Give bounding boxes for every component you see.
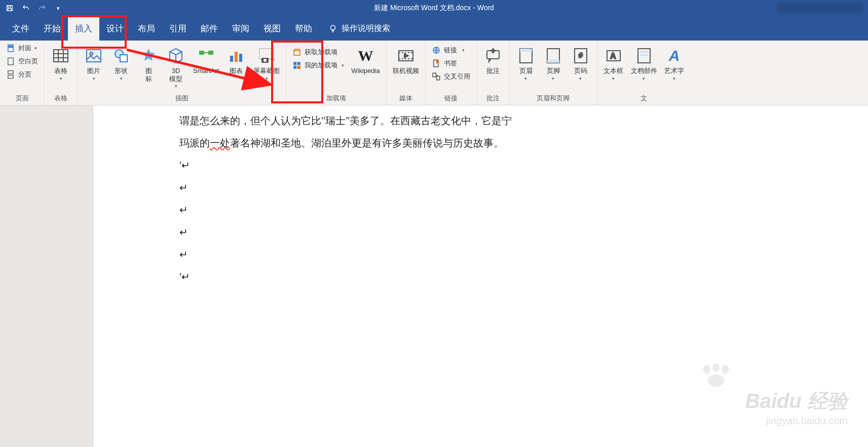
group-header-footer-label: 页眉和页脚 bbox=[514, 93, 593, 105]
chart-button[interactable]: 图表 bbox=[224, 43, 248, 76]
svg-rect-25 bbox=[294, 62, 297, 65]
qat-customize-icon[interactable]: ▾ bbox=[54, 4, 63, 13]
svg-rect-5 bbox=[9, 46, 13, 48]
document-line[interactable]: 谓是怎么来的，但个人认为它比"瑞士"美多了。在西藏古老文化中，它是宁 bbox=[179, 109, 625, 132]
page-break-button[interactable]: 分页 bbox=[4, 69, 40, 80]
group-illustrations: 图片 ▾ 形状 ▾ 图 标 3D 模型 ▾ SmartArt bbox=[78, 41, 286, 105]
3d-model-button[interactable]: 3D 模型 ▾ bbox=[164, 43, 188, 90]
footer-label: 页脚 bbox=[547, 67, 560, 75]
tab-home[interactable]: 开始 bbox=[36, 16, 68, 41]
addins-icon bbox=[292, 61, 301, 70]
bookmark-icon bbox=[432, 59, 441, 68]
3d-model-label: 3D 模型 bbox=[169, 67, 182, 83]
wordart-button[interactable]: A 艺术字 ▾ bbox=[662, 43, 687, 82]
paragraph-mark: '↵ bbox=[179, 266, 625, 288]
chevron-down-icon: ▾ bbox=[579, 76, 582, 81]
svg-rect-18 bbox=[235, 52, 238, 62]
header-button[interactable]: 页眉 ▾ bbox=[514, 43, 538, 82]
shapes-label: 形状 bbox=[115, 67, 128, 75]
paragraph-mark: ↵ bbox=[179, 176, 625, 199]
link-button[interactable]: 链接▾ bbox=[430, 45, 472, 56]
tab-view[interactable]: 视图 bbox=[256, 16, 288, 41]
page-break-label: 分页 bbox=[18, 70, 31, 79]
get-addins-label: 获取加载项 bbox=[305, 48, 337, 57]
link-label: 链接 bbox=[444, 46, 457, 55]
svg-point-22 bbox=[263, 59, 267, 62]
tab-insert[interactable]: 插入 bbox=[68, 16, 99, 41]
pictures-button[interactable]: 图片 ▾ bbox=[82, 43, 106, 82]
screenshot-button[interactable]: + 屏幕截图 ▾ bbox=[251, 43, 282, 82]
bookmark-button[interactable]: 书签 bbox=[430, 58, 472, 69]
undo-icon[interactable] bbox=[21, 4, 30, 13]
tab-layout[interactable]: 布局 bbox=[131, 16, 162, 41]
get-addins-button[interactable]: 获取加载项 bbox=[290, 47, 346, 58]
textbox-icon: A bbox=[605, 47, 623, 65]
smartart-label: SmartArt bbox=[193, 67, 219, 75]
icons-button[interactable]: 图 标 bbox=[136, 43, 161, 84]
document-area[interactable]: 谓是怎么来的，但个人认为它比"瑞士"美多了。在西藏古老文化中，它是宁 玛派的一处… bbox=[93, 105, 868, 447]
tab-file[interactable]: 文件 bbox=[5, 16, 36, 41]
chart-label: 图表 bbox=[230, 67, 243, 75]
blank-page-button[interactable]: 空白页 bbox=[4, 56, 40, 67]
svg-point-3 bbox=[331, 25, 335, 30]
svg-rect-19 bbox=[239, 54, 242, 62]
paragraph-mark: '↵ bbox=[179, 154, 625, 176]
tab-review[interactable]: 审阅 bbox=[225, 16, 256, 41]
text-box-label: 文本框 bbox=[603, 67, 623, 75]
document-line[interactable]: 玛派的一处著名神湖和圣地。湖泊里外更是有许多美丽传说与历史故事。 bbox=[179, 132, 625, 154]
svg-rect-24 bbox=[294, 51, 300, 55]
save-icon[interactable] bbox=[5, 4, 14, 13]
group-pages-label: 页面 bbox=[4, 93, 40, 105]
navigation-pane[interactable] bbox=[0, 105, 93, 447]
paragraph-mark: ↵ bbox=[179, 199, 625, 221]
online-video-label: 联机视频 bbox=[393, 67, 419, 75]
header-icon bbox=[517, 47, 535, 65]
comment-button[interactable]: + 批注 bbox=[481, 43, 505, 76]
group-comments: + 批注 批注 bbox=[477, 41, 510, 105]
cover-page-button[interactable]: 封面▾ bbox=[4, 43, 40, 54]
crossref-icon bbox=[432, 72, 441, 81]
group-links: 链接▾ 书签 交叉引用 链接 bbox=[426, 41, 477, 105]
text-box-button[interactable]: A 文本框 ▾ bbox=[601, 43, 626, 82]
svg-marker-30 bbox=[404, 54, 408, 58]
smartart-button[interactable]: SmartArt bbox=[191, 43, 221, 76]
group-tables: 表格 ▾ 表格 bbox=[45, 41, 78, 105]
online-video-button[interactable]: 联机视频 bbox=[391, 43, 421, 76]
page-number-button[interactable]: # 页码 ▾ bbox=[569, 43, 593, 82]
blank-page-label: 空白页 bbox=[18, 57, 38, 66]
spelling-error[interactable]: 一处 bbox=[210, 137, 230, 148]
store-icon bbox=[292, 48, 301, 57]
chevron-down-icon: ▾ bbox=[673, 76, 675, 81]
svg-text:+: + bbox=[491, 47, 495, 55]
tab-references[interactable]: 引用 bbox=[162, 16, 194, 41]
wikipedia-button[interactable]: W Wikipedia bbox=[349, 43, 382, 76]
tab-help[interactable]: 帮助 bbox=[288, 16, 319, 41]
quick-parts-button[interactable]: 文档部件 ▾ bbox=[629, 43, 659, 82]
wordart-label: 艺术字 bbox=[664, 67, 684, 75]
svg-rect-9 bbox=[54, 50, 68, 62]
account-area bbox=[777, 2, 863, 13]
cover-page-label: 封面 bbox=[18, 44, 31, 53]
tab-mailings[interactable]: 邮件 bbox=[194, 16, 225, 41]
watermark: Baidu 经验 jingyan.baidu.com bbox=[745, 387, 848, 427]
chevron-down-icon: ▾ bbox=[643, 76, 645, 81]
pictures-label: 图片 bbox=[87, 67, 100, 75]
table-icon bbox=[52, 47, 70, 65]
paragraph-mark: ↵ bbox=[179, 221, 625, 243]
svg-rect-13 bbox=[120, 55, 127, 62]
shapes-button[interactable]: 形状 ▾ bbox=[109, 43, 133, 82]
quickparts-icon bbox=[635, 47, 653, 65]
svg-rect-17 bbox=[230, 56, 233, 62]
tab-design[interactable]: 设计 bbox=[99, 16, 131, 41]
my-addins-button[interactable]: 我的加载项▾ bbox=[290, 60, 346, 71]
table-button[interactable]: 表格 ▾ bbox=[49, 43, 73, 82]
cross-reference-button[interactable]: 交叉引用 bbox=[430, 71, 472, 82]
svg-rect-10 bbox=[87, 50, 101, 62]
footer-button[interactable]: 页脚 ▾ bbox=[541, 43, 565, 82]
redo-icon[interactable] bbox=[37, 4, 47, 13]
cube-icon bbox=[167, 47, 185, 65]
svg-rect-46 bbox=[639, 51, 649, 53]
paragraph-mark: ↵ bbox=[179, 243, 625, 266]
bookmark-label: 书签 bbox=[444, 59, 457, 68]
tell-me-search[interactable]: 操作说明搜索 bbox=[328, 23, 390, 34]
